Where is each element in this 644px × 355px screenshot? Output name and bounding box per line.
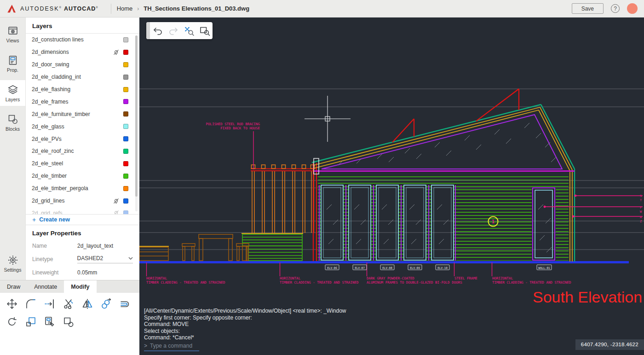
command-input[interactable] xyxy=(150,343,196,349)
tab-modify[interactable]: Modify xyxy=(64,280,96,293)
canvas-toolbar xyxy=(146,22,213,39)
copy-tool-icon[interactable] xyxy=(100,297,112,310)
layer-row[interactable]: 2d_ele_cladding_int xyxy=(26,71,139,83)
redo-icon xyxy=(168,25,179,36)
layers-panel: Layers 2d_construction lines 2d_dimensio… xyxy=(25,17,139,280)
sidebar-item-blocks[interactable]: Blocks xyxy=(0,110,25,135)
tool-tabs: Draw Annotate Modify xyxy=(0,280,139,293)
offset-tool-icon[interactable] xyxy=(119,297,131,310)
move-tool-icon[interactable] xyxy=(6,297,18,310)
zoom-to-selected-button[interactable] xyxy=(181,22,197,39)
layer-off-icon[interactable] xyxy=(113,210,119,214)
views-icon xyxy=(7,25,18,36)
layer-row[interactable]: 2d_door_swing xyxy=(26,58,139,71)
layer-list-scrollbar[interactable] xyxy=(135,35,138,211)
layer-row[interactable]: 2d_ele_furniture_timber xyxy=(26,108,139,120)
layer-color-swatch[interactable] xyxy=(123,99,128,104)
label-text: DARK GRAY POWDER-COATED xyxy=(367,276,414,280)
layer-row[interactable]: 2d_dimensions xyxy=(26,46,139,58)
layer-color-swatch[interactable] xyxy=(123,198,128,204)
tag-label: ELV-09 xyxy=(410,266,420,269)
sidebar-item-layers[interactable]: Layers xyxy=(0,80,25,106)
layer-color-swatch[interactable] xyxy=(123,50,128,55)
breadcrumb-home-link[interactable]: Home xyxy=(117,5,133,12)
edge-dim-letter: W xyxy=(640,210,642,214)
bracing-note-line2: FIXED BACK TO HOUSE xyxy=(220,126,260,130)
layer-off-icon[interactable] xyxy=(113,198,119,204)
zoom-to-selected-icon xyxy=(184,25,195,36)
layer-color-swatch[interactable] xyxy=(123,161,128,166)
trim-tool-icon[interactable] xyxy=(62,297,75,310)
sidebar-item-properties[interactable]: Prop. xyxy=(0,51,25,76)
layer-color-swatch[interactable] xyxy=(123,62,128,67)
bracing-note-line1: POLISHED STEEL ROD BRACING xyxy=(206,122,260,126)
layer-row[interactable]: 2d_grid_lines xyxy=(26,195,139,207)
zoom-window-button[interactable] xyxy=(197,22,213,39)
layer-row[interactable]: 2d_ele_timber_pergola xyxy=(26,182,139,195)
sidebar-item-settings[interactable]: Settings xyxy=(0,250,25,276)
layer-color-swatch[interactable] xyxy=(123,210,128,214)
match-properties-tool-icon[interactable] xyxy=(43,315,56,328)
command-input-row[interactable]: > xyxy=(144,343,199,351)
layer-off-icon[interactable] xyxy=(113,49,119,55)
layer-row[interactable]: 2d_grid_refs xyxy=(26,207,139,214)
redo-button[interactable] xyxy=(166,22,181,39)
fillet-tool-icon[interactable] xyxy=(24,297,37,310)
layer-properties-title: Layer Properties xyxy=(32,230,133,237)
label-text: TIMBER CLADDING - TREATED AND STRAINED xyxy=(492,280,571,285)
plus-icon: + xyxy=(32,216,36,223)
breadcrumb-file-name: TH_Sections Elevations_01_D03.dwg xyxy=(144,5,249,12)
layer-color-swatch[interactable] xyxy=(123,75,128,80)
tag-label: ELV-10 xyxy=(437,266,448,269)
layer-color-swatch[interactable] xyxy=(123,124,128,129)
layers-icon xyxy=(7,84,18,95)
mirror-tool-icon[interactable] xyxy=(81,297,93,310)
layer-color-swatch[interactable] xyxy=(123,37,128,42)
layer-color-swatch[interactable] xyxy=(123,174,128,179)
extend-tool-icon[interactable] xyxy=(43,297,56,310)
layer-row[interactable]: 2d_ele_roof_zinc xyxy=(26,145,139,157)
pergola-drawing xyxy=(242,165,316,261)
create-new-layer-button[interactable]: + Create new xyxy=(26,214,139,225)
toolbar-drag-handle[interactable] xyxy=(146,22,150,39)
layer-list: 2d_construction lines 2d_dimensions 2d_d… xyxy=(26,34,139,214)
sidebar-item-views[interactable]: Views xyxy=(0,21,25,47)
avatar[interactable] xyxy=(627,3,638,14)
drawing-viewport[interactable]: 1 POLISHED STEEL ROD BRACING FIXED BACK … xyxy=(139,17,644,355)
undo-button[interactable] xyxy=(150,22,166,39)
tab-draw[interactable]: Draw xyxy=(0,280,27,293)
layer-row[interactable]: 2d_ele_steel xyxy=(26,157,139,170)
linetype-select[interactable]: DASHED2 xyxy=(77,255,133,263)
layer-color-swatch[interactable] xyxy=(123,149,128,154)
chevron-down-icon xyxy=(128,257,133,260)
tab-annotate[interactable]: Annotate xyxy=(27,280,64,293)
layer-color-swatch[interactable] xyxy=(123,136,128,141)
layer-row[interactable]: 2d_ele_flashing xyxy=(26,83,139,96)
side-rail: Views Prop. Layers xyxy=(0,17,25,280)
rotate-tool-icon[interactable] xyxy=(6,315,18,328)
layer-color-swatch[interactable] xyxy=(123,87,128,92)
layer-row[interactable]: 2d_ele_timber xyxy=(26,170,139,182)
layer-color-swatch[interactable] xyxy=(123,186,128,191)
layer-color-swatch[interactable] xyxy=(123,111,128,116)
layer-row[interactable]: 2d_ele_PVs xyxy=(26,133,139,145)
command-history-line: [All/Center/Dynamic/Extents/Previous/Sca… xyxy=(144,308,475,314)
modify-tool-grid xyxy=(0,293,139,328)
explode-tool-icon[interactable] xyxy=(62,315,75,328)
help-icon[interactable]: ? xyxy=(611,4,620,13)
layer-row[interactable]: 2d_ele_glass xyxy=(26,120,139,133)
layer-properties-section: Layer Properties Name 2d_layout_text Lin… xyxy=(26,225,139,276)
layer-row[interactable]: 2d_construction lines xyxy=(26,34,139,46)
label-text: HORIZONTAL xyxy=(146,276,167,280)
scale-tool-icon[interactable] xyxy=(24,315,37,328)
tag-label: ELV-07 xyxy=(355,266,365,269)
reference-marker-label: 1 xyxy=(492,219,494,224)
topbar-divider xyxy=(111,4,111,14)
drawing-canvas[interactable]: 1 POLISHED STEEL ROD BRACING FIXED BACK … xyxy=(139,17,644,355)
command-history-line: Command: *Cancel* xyxy=(144,334,475,341)
elevation-tags: ELV-06 ELV-07 ELV-08 ELV-09 ELV-10 WALL-… xyxy=(325,265,552,270)
save-button[interactable]: Save xyxy=(572,3,604,14)
command-history-line: Command: MOVE xyxy=(144,321,475,328)
layer-row[interactable]: 2d_ele_frames xyxy=(26,95,139,108)
brand: AUTODESK®AUTOCAD® xyxy=(0,4,105,14)
